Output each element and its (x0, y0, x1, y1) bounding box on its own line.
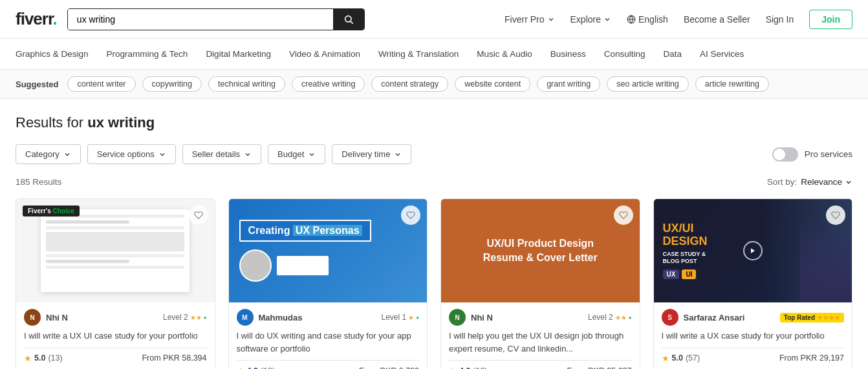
pro-services-toggle[interactable]: Pro services (772, 147, 852, 162)
main-content: Results for ux writing Category Service … (0, 99, 868, 369)
card-divider-4 (662, 348, 845, 348)
search-button[interactable] (333, 9, 364, 30)
card-2-favorite[interactable] (401, 206, 420, 225)
language-nav[interactable]: English (627, 14, 668, 25)
chevron-down-icon (603, 16, 611, 23)
card-3-image: UX/UI Product DesignResume & Cover Lette… (441, 199, 640, 302)
explore-label: Explore (570, 14, 601, 25)
card-3-image-text: UX/UI Product DesignResume & Cover Lette… (483, 237, 598, 266)
card-3-desc: I will help you get the UX UI design job… (449, 330, 632, 355)
cat-nav-data[interactable]: Data (663, 49, 682, 59)
level-dots-2: ● (416, 315, 419, 321)
toggle-track[interactable] (772, 147, 798, 162)
avatar-1: N (24, 309, 41, 326)
seller-name-2: Mahmudas (259, 313, 303, 322)
seller-info-1: N Nhi N Level 2 ★★ ● (24, 309, 207, 326)
delivery-time-filter[interactable]: Delivery time (332, 144, 411, 164)
category-nav: Graphics & Design Programming & Tech Dig… (0, 39, 868, 70)
pro-services-label: Pro services (805, 149, 852, 159)
card-price-4: From PKR 29,197 (779, 353, 844, 363)
card-2[interactable]: Creating UX Personas M M (228, 198, 428, 369)
cat-nav-programming[interactable]: Programming & Tech (107, 49, 188, 59)
logo[interactable]: fiverr. (16, 9, 57, 29)
cat-nav-consulting[interactable]: Consulting (604, 49, 646, 59)
star-icon-2: ★ (237, 366, 244, 369)
card-4[interactable]: UX/UIDESIGN CASE STUDY &BLOG POST UX UI (653, 198, 853, 369)
heart-icon (406, 211, 415, 220)
heart-icon (619, 211, 628, 220)
top-rated-stars: ★★★★ (817, 314, 840, 321)
level-stars-3: ★★ (615, 314, 627, 321)
tag-content-writer[interactable]: content writer (67, 76, 135, 92)
results-title: Results for ux writing (16, 114, 852, 131)
heart-icon (194, 211, 203, 220)
header-nav: Fiverr Pro Explore English Become a Sell… (505, 10, 852, 29)
card-rating-2: ★ 4.9 (13) (237, 366, 276, 369)
language-label: English (638, 14, 668, 25)
category-filter[interactable]: Category (16, 144, 81, 164)
card-3-favorite[interactable] (614, 206, 633, 225)
cat-nav-graphics[interactable]: Graphics & Design (16, 49, 89, 59)
cat-nav-writing[interactable]: Writing & Translation (378, 49, 459, 59)
star-icon-4: ★ (662, 353, 669, 363)
card-price-2: From PKR 8,760 (359, 366, 419, 370)
cat-nav-digital[interactable]: Digital Marketing (206, 49, 271, 59)
tag-technical-writing[interactable]: technical writing (208, 76, 285, 92)
tag-content-strategy[interactable]: content strategy (371, 76, 448, 92)
seller-details-label: Seller details (192, 149, 240, 159)
sort-dropdown[interactable]: Relevance (801, 177, 852, 187)
level-dots-3: ● (629, 315, 632, 321)
delivery-time-label: Delivery time (342, 149, 390, 159)
card-1-image: Fiverr's Choice (16, 199, 215, 302)
cat-nav-business[interactable]: Business (550, 49, 586, 59)
header: fiverr. Fiverr Pro Explore English Becom… (0, 0, 868, 39)
chevron-down-icon (394, 151, 402, 158)
rating-num-3: 4.9 (459, 366, 470, 370)
tag-website-content[interactable]: website content (455, 76, 530, 92)
search-input[interactable] (68, 9, 333, 30)
card-4-favorite[interactable] (826, 206, 845, 225)
tag-grant-writing[interactable]: grant writing (537, 76, 600, 92)
card-divider-2 (237, 360, 420, 361)
card-rating-1: ★ 5.0 (13) (24, 353, 63, 363)
tag-creative-writing[interactable]: creative writing (292, 76, 365, 92)
tag-article-rewriting[interactable]: article rewriting (695, 76, 769, 92)
explore-nav[interactable]: Explore (570, 14, 611, 25)
rating-num-2: 4.9 (247, 366, 258, 370)
seller-level-3: Level 2 ★★ ● (588, 313, 632, 322)
card-rating-4: ★ 5.0 (57) (662, 353, 700, 363)
seller-info-2: M Mahmudas Level 1 ★ ● (237, 309, 420, 326)
card-price-1: From PKR 58,394 (142, 353, 206, 363)
become-seller-link[interactable]: Become a Seller (684, 14, 750, 25)
budget-filter[interactable]: Budget (268, 144, 325, 164)
star-icon-3: ★ (449, 366, 457, 369)
cat-nav-video[interactable]: Video & Animation (289, 49, 360, 59)
card-rating-3: ★ 4.9 (12) (449, 366, 488, 369)
chevron-down-icon (845, 178, 852, 186)
fiverr-pro-nav[interactable]: Fiverr Pro (505, 14, 554, 25)
play-button[interactable] (743, 241, 763, 260)
join-button[interactable]: Join (809, 10, 852, 29)
chevron-down-icon (244, 151, 252, 158)
service-options-filter[interactable]: Service options (87, 144, 176, 164)
tag-seo-article[interactable]: seo article writing (607, 76, 689, 92)
seller-details-filter[interactable]: Seller details (182, 144, 261, 164)
logo-dot: . (53, 9, 57, 28)
star-icon-1: ★ (24, 353, 32, 363)
card-price-3: From PKR 35,037 (567, 366, 631, 370)
seller-left-2: M Mahmudas (237, 309, 303, 326)
svg-marker-4 (751, 248, 755, 253)
sign-in-link[interactable]: Sign In (766, 14, 794, 25)
cat-nav-music[interactable]: Music & Audio (477, 49, 532, 59)
card-footer-3: ★ 4.9 (12) From PKR 35,037 (449, 366, 632, 369)
card-divider-3 (449, 360, 632, 361)
seller-info-3: N Nhi N Level 2 ★★ ● (449, 309, 632, 326)
cat-nav-ai[interactable]: AI Services (700, 49, 744, 59)
card-1[interactable]: Fiverr's Choice N Nhi N Level 2 ★★ (16, 198, 215, 369)
avatar-3: N (449, 309, 466, 326)
tag-copywriting[interactable]: copywriting (142, 76, 202, 92)
card-3-body: N Nhi N Level 2 ★★ ● I will help you get… (441, 302, 640, 369)
card-3[interactable]: UX/UI Product DesignResume & Cover Lette… (440, 198, 640, 369)
filters-bar: Category Service options Seller details … (16, 144, 852, 164)
card-1-favorite[interactable] (189, 206, 208, 225)
